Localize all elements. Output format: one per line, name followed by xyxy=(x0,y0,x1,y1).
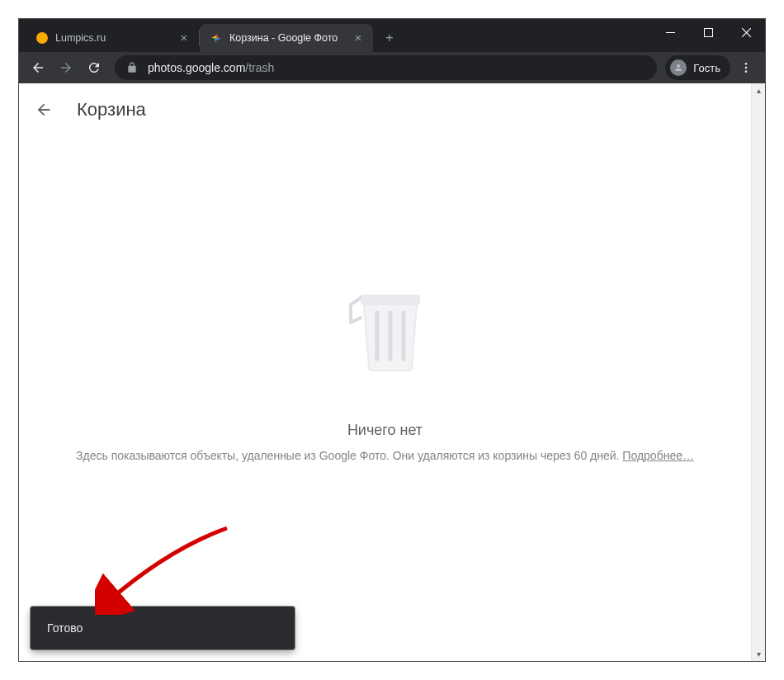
empty-subtitle-text: Здесь показываются объекты, удаленные из… xyxy=(76,449,622,462)
svg-rect-9 xyxy=(361,295,420,305)
scroll-down-icon[interactable]: ▾ xyxy=(752,647,765,661)
learn-more-link[interactable]: Подробнее… xyxy=(622,449,694,462)
browser-window: Lumpics.ru × Корзина - Google Фото × + xyxy=(18,18,766,662)
close-icon[interactable]: × xyxy=(352,31,365,45)
window-controls xyxy=(651,19,765,52)
titlebar: Lumpics.ru × Корзина - Google Фото × + xyxy=(19,19,765,52)
close-window-button[interactable] xyxy=(727,19,765,45)
vertical-scrollbar[interactable]: ▴ ▾ xyxy=(751,83,765,661)
svg-point-5 xyxy=(677,64,680,68)
favicon-google-photos xyxy=(210,31,223,45)
svg-point-7 xyxy=(745,67,748,69)
close-icon[interactable]: × xyxy=(177,31,191,45)
toast-snackbar: Готово xyxy=(31,607,295,649)
browser-menu-button[interactable] xyxy=(734,55,758,80)
page-content: Корзина ▴ ▾ Ничего нет Здесь показываютс… xyxy=(19,83,765,661)
address-bar: photos.google.com/trash Гость xyxy=(19,52,765,83)
omnibox[interactable]: photos.google.com/trash xyxy=(115,55,657,80)
reload-button[interactable] xyxy=(82,55,106,80)
url-path: /trash xyxy=(245,61,274,74)
scroll-up-icon[interactable]: ▴ xyxy=(752,83,765,97)
trash-can-icon xyxy=(328,270,443,389)
maximize-button[interactable] xyxy=(689,19,727,45)
svg-point-0 xyxy=(36,32,48,44)
empty-state: Ничего нет Здесь показываются объекты, у… xyxy=(19,129,751,661)
svg-point-8 xyxy=(745,70,748,73)
tab-title: Корзина - Google Фото xyxy=(229,32,347,44)
empty-subtitle: Здесь показываются объекты, удаленные из… xyxy=(76,449,694,462)
empty-title: Ничего нет xyxy=(347,422,423,439)
page-title: Корзина xyxy=(77,99,146,120)
nav-forward-button[interactable] xyxy=(54,55,78,80)
url-host: photos.google.com xyxy=(148,61,245,74)
page-back-button[interactable] xyxy=(34,100,54,120)
tab-strip: Lumpics.ru × Корзина - Google Фото × + xyxy=(19,19,401,52)
favicon-lumpics xyxy=(35,31,49,45)
profile-chip[interactable]: Гость xyxy=(665,55,730,80)
tab-title: Lumpics.ru xyxy=(55,32,172,44)
lock-icon xyxy=(126,62,138,73)
svg-point-6 xyxy=(745,63,748,65)
profile-label: Гость xyxy=(693,62,720,74)
new-tab-button[interactable]: + xyxy=(378,26,401,50)
avatar-icon xyxy=(670,59,687,76)
toast-message: Готово xyxy=(47,621,83,635)
tab-lumpics[interactable]: Lumpics.ru × xyxy=(26,24,199,52)
minimize-button[interactable] xyxy=(651,19,689,45)
svg-rect-2 xyxy=(704,28,712,36)
tab-google-photos-trash[interactable]: Корзина - Google Фото × xyxy=(200,24,373,52)
nav-back-button[interactable] xyxy=(26,55,50,80)
